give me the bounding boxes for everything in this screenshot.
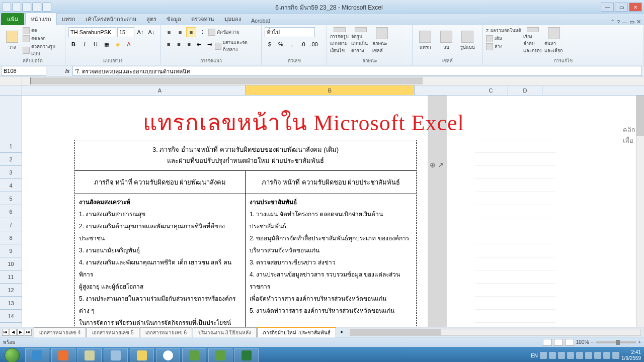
app-minimize-icon[interactable]: —	[622, 19, 627, 25]
row-header[interactable]: 2	[0, 153, 22, 166]
tab-formulas[interactable]: สูตร	[141, 13, 162, 25]
name-box[interactable]: B108	[1, 66, 46, 76]
tray-icon[interactable]	[612, 352, 619, 359]
tray-icon[interactable]	[585, 352, 592, 359]
underline-button[interactable]: U	[91, 39, 101, 49]
tray-icon[interactable]	[567, 352, 574, 359]
taskbar-explorer[interactable]	[130, 348, 154, 362]
taskbar-ie[interactable]	[25, 348, 49, 362]
taskbar-app2[interactable]	[208, 348, 232, 362]
col-header-a[interactable]: A	[74, 85, 246, 95]
row-header[interactable]: 11	[0, 270, 22, 284]
tray-icon[interactable]	[594, 352, 601, 359]
tray-icon[interactable]	[549, 352, 556, 359]
taskbar-notes[interactable]	[77, 348, 102, 362]
tab-home[interactable]: หน้าแรก	[25, 13, 57, 25]
save-icon[interactable]	[12, 3, 21, 12]
wrap-text-button[interactable]: ตัดข้อความ	[208, 27, 239, 37]
minimize-button[interactable]: —	[601, 3, 614, 12]
col-header-d[interactable]: D	[508, 85, 542, 95]
row-header[interactable]: 1	[0, 140, 22, 153]
sheet-first-icon[interactable]: ⏮	[2, 329, 9, 336]
app-close-icon[interactable]: ✕	[636, 19, 641, 25]
number-format-select[interactable]	[265, 27, 315, 37]
currency-icon[interactable]: $	[265, 39, 275, 49]
sheet-tab-active[interactable]: ภารกิจฝ่ายใหม่ -ประชาสัมพันธ์	[257, 327, 336, 337]
maximize-button[interactable]: ▭	[615, 3, 628, 12]
close-button[interactable]: ✕	[629, 3, 642, 12]
taskbar-media-player[interactable]	[51, 348, 75, 362]
taskbar-app1[interactable]	[182, 348, 206, 362]
delete-cells-button[interactable]: ลบ	[437, 27, 456, 54]
fill-color-button[interactable]: ◆	[113, 39, 123, 49]
view-page-break-icon[interactable]	[565, 339, 574, 346]
fx-button[interactable]: fx	[62, 66, 72, 76]
row-header[interactable]: 10	[0, 257, 22, 270]
sheet-last-icon[interactable]: ⏭	[25, 329, 32, 336]
increase-indent-icon[interactable]: ⇥	[205, 39, 214, 49]
tab-insert[interactable]: แทรก	[57, 13, 80, 25]
tab-page-layout[interactable]: เค้าโครงหน้ากระดาษ	[80, 13, 141, 25]
align-left-icon[interactable]: ≡	[164, 39, 173, 49]
orientation-icon[interactable]: ⤸	[197, 27, 207, 37]
increase-decimal-icon[interactable]: .0	[298, 39, 308, 49]
italic-button[interactable]: I	[79, 39, 90, 49]
tab-data[interactable]: ข้อมูล	[162, 13, 186, 25]
file-tab[interactable]: แฟ้ม	[1, 13, 24, 25]
view-page-layout-icon[interactable]	[554, 339, 563, 346]
paste-button[interactable]: วาง	[3, 27, 21, 54]
worksheet-canvas[interactable]: แทรกเลขหน้าใน Microsoft Excel คลิกเพื่อ …	[22, 96, 644, 327]
select-all-corner[interactable]	[0, 85, 22, 95]
conditional-formatting-button[interactable]: การจัดรูปแบบตามเงื่อนไข	[330, 27, 349, 54]
font-color-button[interactable]: A	[124, 39, 134, 49]
app-restore-icon[interactable]: ▭	[629, 19, 634, 25]
decrease-decimal-icon[interactable]: .00	[309, 39, 319, 49]
row-header[interactable]: 12	[0, 284, 22, 297]
row-header[interactable]: 6	[0, 205, 22, 218]
col-header-b[interactable]: B	[246, 85, 415, 95]
taskbar-excel[interactable]	[234, 348, 259, 362]
taskbar-clock[interactable]: 2:41 1/9/2559	[621, 349, 641, 361]
language-indicator[interactable]: EN	[531, 353, 538, 358]
row-header[interactable]: 13	[0, 297, 22, 310]
view-normal-icon[interactable]	[543, 339, 552, 346]
align-center-icon[interactable]: ≡	[174, 39, 183, 49]
copy-button[interactable]: คัดลอก	[23, 35, 62, 42]
merge-button[interactable]: ผสานและจัดกึ่งกลาง	[215, 39, 258, 53]
decrease-indent-icon[interactable]: ⇤	[195, 39, 204, 49]
start-button[interactable]	[0, 347, 24, 362]
zoom-percent[interactable]: 100%	[576, 339, 589, 345]
sheet-tab[interactable]: เอกสารหมายเลข 5	[87, 327, 139, 337]
horizontal-scrollbar[interactable]	[350, 329, 641, 336]
fill-button[interactable]: เติม	[486, 35, 521, 42]
zoom-in-icon[interactable]: +	[638, 339, 641, 345]
format-as-table-button[interactable]: จัดรูปแบบเป็นตาราง	[351, 27, 370, 54]
align-bottom-icon[interactable]: ≡	[186, 27, 196, 37]
find-select-button[interactable]: ค้นหาและเลือก	[544, 27, 564, 54]
format-painter-button[interactable]: ตัวคัดวางรูปแบบ	[23, 43, 62, 57]
tab-review[interactable]: ตรวจทาน	[186, 13, 219, 25]
ribbon-minimize-icon[interactable]: ⌃	[610, 19, 615, 25]
tray-icon[interactable]	[576, 352, 583, 359]
row-header[interactable]: 7	[0, 218, 22, 231]
format-cells-button[interactable]: รูปแบบ	[458, 27, 477, 54]
autosum-button[interactable]: Σผลรวมอัตโนมัติ	[486, 27, 521, 34]
align-middle-icon[interactable]: ≡	[175, 27, 185, 37]
sheet-tab[interactable]: เอกสารหมายเลข 4	[34, 327, 86, 337]
decrease-font-icon[interactable]: A↓	[146, 27, 156, 37]
formula-input[interactable]: '7. ตรวจสอบควบคุมและออกแบบงานด้านเทคนิค	[72, 66, 642, 76]
taskbar-chrome[interactable]	[156, 348, 180, 362]
row-header[interactable]: 9	[0, 244, 22, 257]
zoom-out-icon[interactable]: −	[591, 339, 594, 345]
align-top-icon[interactable]: ≡	[164, 27, 174, 37]
tray-icon[interactable]	[558, 352, 565, 359]
tab-acrobat[interactable]: Acrobat	[246, 16, 275, 25]
comma-icon[interactable]: ,	[287, 39, 297, 49]
row-header[interactable]: 4	[0, 179, 22, 192]
border-button[interactable]: ▦	[102, 39, 112, 49]
tray-icon[interactable]	[603, 352, 610, 359]
new-sheet-icon[interactable]: ✦	[337, 329, 347, 335]
font-name-input[interactable]	[68, 27, 116, 37]
clear-button[interactable]: ล้าง	[486, 43, 521, 50]
help-icon[interactable]: ?	[617, 19, 620, 25]
